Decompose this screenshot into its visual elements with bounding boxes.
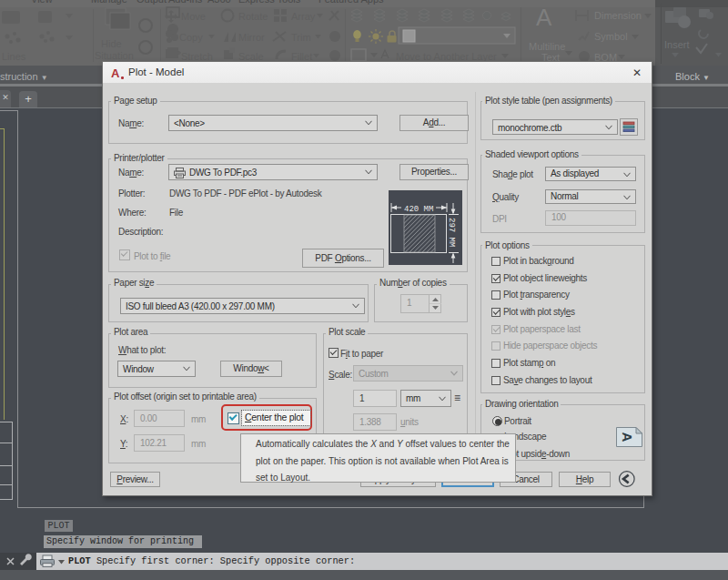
svg-text:297 MM: 297 MM bbox=[447, 218, 456, 247]
svg-text:A: A bbox=[620, 432, 635, 443]
svg-text:420 MM: 420 MM bbox=[404, 205, 433, 214]
